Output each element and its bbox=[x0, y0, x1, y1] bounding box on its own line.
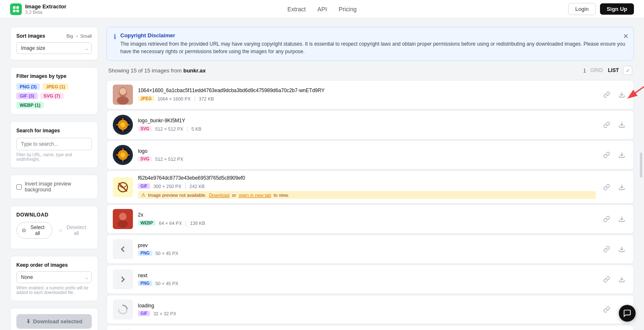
image-dims: 512 × 512 PX bbox=[155, 157, 183, 162]
preview-unavailable: ⚠ Image preview not available. Download … bbox=[138, 191, 596, 199]
sort-direction: Big → Small bbox=[66, 34, 92, 39]
image-info: 2x WEBP 64 × 64 PX | 138 KB bbox=[138, 212, 596, 226]
image-dims: 300 × 250 PX bbox=[153, 184, 182, 189]
download-image-button[interactable] bbox=[616, 89, 628, 101]
table-row: 2x WEBP 64 × 64 PX | 138 KB bbox=[106, 204, 634, 234]
download-image-button[interactable] bbox=[616, 149, 628, 161]
deselect-all-button[interactable]: ○ Deselect all bbox=[56, 222, 92, 239]
image-thumbnail bbox=[113, 145, 133, 165]
image-thumbnail bbox=[113, 269, 133, 289]
copy-link-button[interactable] bbox=[601, 181, 613, 193]
image-dims: 512 × 512 PX bbox=[155, 126, 183, 131]
svg-rect-3 bbox=[16, 10, 19, 12]
table-row: logo_bunkr-9KI5M1Y SVG 512 × 512 PX | 5 … bbox=[106, 110, 634, 139]
keep-order-section: Keep order of images None When enabled, … bbox=[10, 256, 98, 301]
table-row: next PNG 50 × 45 PX bbox=[106, 265, 634, 294]
download-button[interactable]: ⬇ Download selected bbox=[16, 314, 92, 329]
sort-select-wrapper[interactable]: Image size bbox=[16, 42, 92, 54]
image-info: logo SVG 512 × 512 PX bbox=[138, 148, 596, 162]
sort-select[interactable]: Image size bbox=[16, 42, 92, 54]
invert-label[interactable]: Invert image preview background bbox=[16, 181, 92, 193]
list-toggle[interactable]: LIST bbox=[608, 67, 619, 73]
download-image-button[interactable] bbox=[616, 243, 628, 255]
nav-pricing[interactable]: Pricing bbox=[339, 6, 357, 13]
table-row: logo SVG 512 × 512 PX bbox=[106, 140, 634, 170]
copy-link-button[interactable] bbox=[601, 273, 613, 285]
svg-rect-1 bbox=[16, 6, 19, 9]
select-buttons: ⊙ Select all ○ Deselect all bbox=[16, 222, 92, 239]
badge-svg[interactable]: SVG (7) bbox=[40, 93, 64, 99]
disclaimer-title: Copyright Disclaimer bbox=[120, 32, 627, 39]
copy-link-button[interactable] bbox=[601, 304, 613, 315]
nav-api[interactable]: API bbox=[317, 6, 327, 13]
search-section: Search for images Filter by URL, name, t… bbox=[10, 121, 98, 168]
table-row: f62b4e9764dc8773e43ebe6953f765d5c8909ef0… bbox=[106, 170, 634, 204]
download-image-button[interactable] bbox=[616, 181, 628, 193]
type-badge: SVG bbox=[138, 126, 152, 131]
badge-webp[interactable]: WEBP (1) bbox=[16, 102, 44, 108]
table-row: prev PNG 50 × 45 PX bbox=[106, 235, 634, 264]
disclaimer-close-button[interactable]: ✕ bbox=[623, 32, 628, 40]
badge-png[interactable]: PNG (3) bbox=[16, 83, 40, 90]
chat-widget[interactable] bbox=[619, 305, 636, 322]
copy-link-button[interactable] bbox=[601, 149, 613, 161]
copy-link-button[interactable] bbox=[601, 213, 613, 225]
svg-point-5 bbox=[117, 96, 129, 105]
copy-link-button[interactable] bbox=[601, 243, 613, 255]
preview-text: Image preview not available. bbox=[148, 193, 206, 198]
type-badge: SVG bbox=[138, 156, 152, 162]
signup-button[interactable]: Sign Up bbox=[600, 3, 634, 15]
login-button[interactable]: Login bbox=[568, 3, 596, 15]
logo-area: Image Extractor 3.2 Beta bbox=[10, 3, 66, 15]
order-select-wrapper[interactable]: None bbox=[16, 271, 92, 283]
image-info: f62b4e9764dc8773e43ebe6953f765d5c8909ef0… bbox=[138, 175, 596, 199]
download-image-button[interactable] bbox=[616, 119, 628, 131]
download-image-button[interactable] bbox=[616, 273, 628, 285]
open-tab-link[interactable]: open in new tab bbox=[239, 193, 271, 198]
copy-link-button[interactable] bbox=[601, 89, 613, 101]
search-input[interactable] bbox=[16, 138, 92, 150]
scrollbar[interactable] bbox=[640, 152, 642, 178]
circle-check-icon: ⊙ bbox=[22, 227, 26, 233]
search-title: Search for images bbox=[16, 128, 92, 134]
image-info: 1064×1600_6a1cbac5f11edd4763ead9dcba3bd6… bbox=[138, 88, 596, 102]
order-select[interactable]: None bbox=[16, 271, 92, 283]
table-row: 1064×1600_6a1cbac5f11edd4763ead9dcba3bd6… bbox=[106, 80, 634, 109]
download-link[interactable]: Download bbox=[209, 193, 229, 198]
image-thumbnail bbox=[113, 209, 133, 229]
image-dims: 32 × 32 PX bbox=[153, 311, 177, 316]
image-info: logo_bunkr-9KI5M1Y SVG 512 × 512 PX | 5 … bbox=[138, 118, 596, 132]
disclaimer-body: Copyright Disclaimer The images retrieve… bbox=[120, 32, 627, 55]
image-actions bbox=[601, 89, 628, 101]
logo-icon bbox=[10, 3, 22, 15]
image-name: prev bbox=[138, 242, 596, 248]
results-controls: 1 GRID LIST ⤢ bbox=[583, 66, 632, 75]
invert-checkbox[interactable] bbox=[16, 184, 22, 190]
svg-point-12 bbox=[120, 122, 125, 127]
copy-link-button[interactable] bbox=[601, 119, 613, 131]
svg-rect-2 bbox=[13, 10, 16, 12]
select-all-button[interactable]: ⊙ Select all bbox=[16, 222, 52, 239]
nav-extract[interactable]: Extract bbox=[288, 6, 306, 13]
badge-jpeg[interactable]: JPEG (1) bbox=[42, 83, 68, 90]
svg-line-9 bbox=[629, 87, 644, 97]
svg-point-29 bbox=[119, 213, 127, 220]
image-actions bbox=[601, 119, 628, 131]
app-name: Image Extractor bbox=[25, 3, 66, 10]
download-image-button[interactable] bbox=[616, 213, 628, 225]
image-actions bbox=[601, 181, 628, 193]
image-actions bbox=[601, 149, 628, 161]
table-row: loading GIF 32 × 32 PX bbox=[106, 295, 634, 324]
filter-title: Filter images by type bbox=[16, 73, 92, 79]
expand-button[interactable]: ⤢ bbox=[623, 66, 632, 75]
image-size: 372 KB bbox=[199, 96, 214, 101]
grid-toggle[interactable]: GRID bbox=[590, 67, 603, 73]
sidebar: Sort images Big → Small Image size Filte… bbox=[10, 27, 98, 330]
image-meta: JPEG 1064 × 1600 PX | 372 KB bbox=[138, 95, 596, 102]
image-thumbnail bbox=[113, 299, 133, 320]
badge-gif[interactable]: GIF (3) bbox=[16, 93, 38, 99]
image-dims: 1064 × 1600 PX bbox=[158, 96, 191, 101]
image-thumbnail bbox=[113, 239, 133, 259]
type-badge: GIF bbox=[138, 183, 150, 189]
type-badge: PNG bbox=[138, 281, 152, 286]
